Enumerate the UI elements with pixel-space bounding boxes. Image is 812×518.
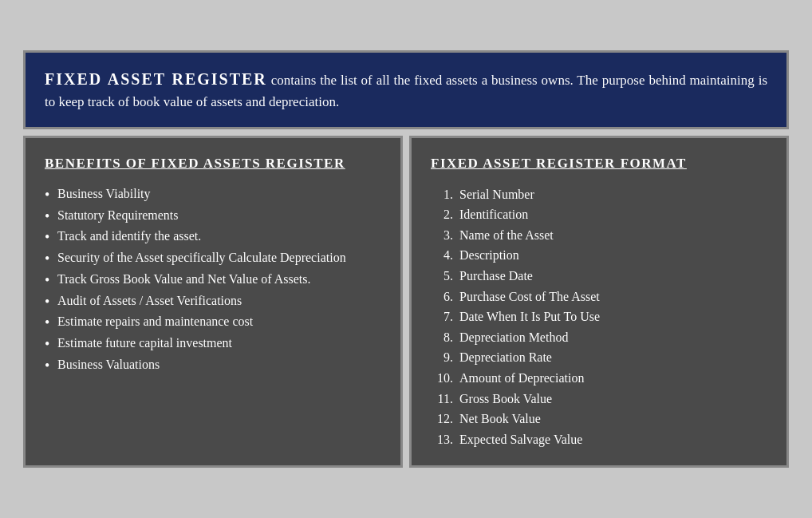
benefit-item: Track Gross Book Value and Net Value of … [45, 270, 381, 290]
right-column-title: FIXED ASSET REGISTER FORMAT [431, 154, 767, 173]
format-item: 2.Identification [431, 204, 767, 225]
item-number: 1. [431, 184, 453, 205]
item-text: Description [459, 245, 767, 266]
main-wrapper: FIXED ASSET REGISTER contains the list o… [23, 50, 789, 469]
two-column-section: BENEFITS OF FIXED ASSETS REGISTER Busine… [23, 136, 789, 469]
item-number: 4. [431, 245, 453, 266]
item-text: Purchase Cost of The Asset [459, 287, 767, 307]
benefit-item: Track and identify the asset. [45, 227, 381, 247]
benefits-list: Business ViabilityStatutory Requirements… [45, 184, 381, 375]
format-item: 10.Amount of Depreciation [431, 368, 767, 389]
item-number: 11. [431, 389, 453, 409]
header-title: FIXED ASSET REGISTER [45, 70, 267, 88]
item-text: Identification [459, 204, 767, 225]
item-number: 10. [431, 368, 453, 389]
header-text: FIXED ASSET REGISTER contains the list o… [45, 67, 767, 113]
benefit-item: Estimate repairs and maintenance cost [45, 312, 381, 332]
benefit-item: Estimate future capital investment [45, 334, 381, 354]
item-number: 6. [431, 287, 453, 307]
format-item: 4.Description [431, 245, 767, 266]
header-box: FIXED ASSET REGISTER contains the list o… [23, 50, 789, 129]
format-item: 8.Depreciation Method [431, 327, 767, 348]
item-text: Date When It Is Put To Use [459, 306, 767, 327]
format-item: 1.Serial Number [431, 184, 767, 205]
item-text: Expected Salvage Value [459, 429, 767, 450]
item-number: 9. [431, 347, 453, 368]
item-number: 3. [431, 225, 453, 246]
item-number: 12. [431, 409, 453, 429]
benefit-item: Business Valuations [45, 355, 381, 375]
item-text: Purchase Date [459, 266, 767, 287]
item-text: Depreciation Method [459, 327, 767, 348]
item-text: Name of the Asset [459, 225, 767, 246]
item-number: 7. [431, 306, 453, 327]
left-column-title: BENEFITS OF FIXED ASSETS REGISTER [45, 154, 381, 173]
format-item: 9.Depreciation Rate [431, 347, 767, 368]
benefit-item: Business Viability [45, 184, 381, 204]
item-number: 13. [431, 429, 453, 450]
format-item: 13.Expected Salvage Value [431, 429, 767, 450]
right-column: FIXED ASSET REGISTER FORMAT 1.Serial Num… [409, 136, 789, 469]
item-text: Depreciation Rate [459, 347, 767, 368]
item-text: Serial Number [459, 184, 767, 205]
format-item: 7.Date When It Is Put To Use [431, 306, 767, 327]
format-item: 11.Gross Book Value [431, 389, 767, 409]
benefit-item: Statutory Requirements [45, 206, 381, 226]
item-text: Net Book Value [459, 409, 767, 429]
item-number: 2. [431, 204, 453, 225]
format-item: 3.Name of the Asset [431, 225, 767, 246]
format-list: 1.Serial Number2.Identification3.Name of… [431, 184, 767, 450]
item-text: Gross Book Value [459, 389, 767, 409]
benefit-item: Security of the Asset specifically Calcu… [45, 248, 381, 268]
format-item: 6.Purchase Cost of The Asset [431, 287, 767, 307]
item-number: 5. [431, 266, 453, 287]
item-text: Amount of Depreciation [459, 368, 767, 389]
left-column: BENEFITS OF FIXED ASSETS REGISTER Busine… [23, 136, 403, 469]
benefit-item: Audit of Assets / Asset Verifications [45, 291, 381, 311]
format-item: 5.Purchase Date [431, 266, 767, 287]
item-number: 8. [431, 327, 453, 348]
format-item: 12.Net Book Value [431, 409, 767, 429]
